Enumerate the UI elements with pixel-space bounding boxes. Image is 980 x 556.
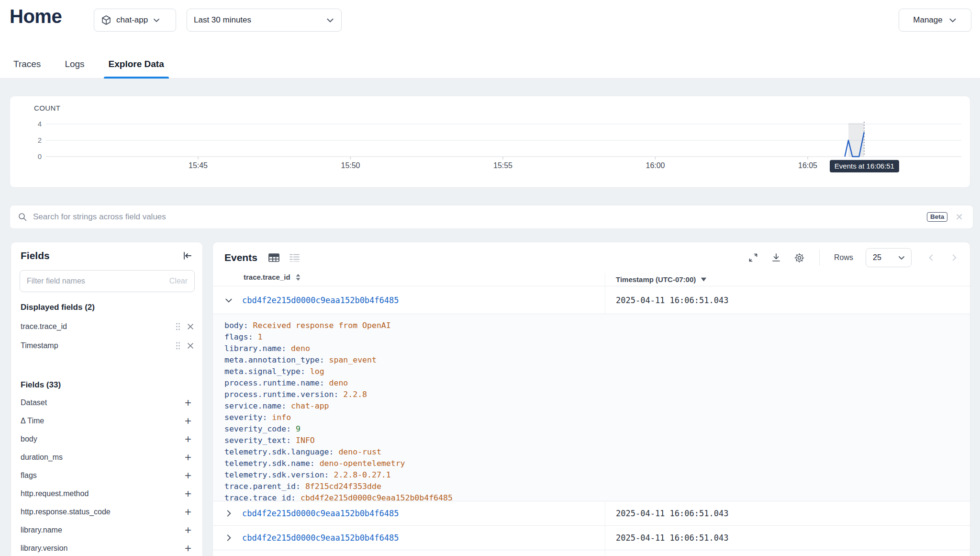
table-row[interactable]: cbd4f2e215d0000c9eaa152b0b4f6485 2025-04…	[213, 501, 970, 526]
detail-key: severity_text:	[224, 436, 296, 445]
tab-traces[interactable]: Traces	[11, 59, 43, 78]
fields-header: Fields (33)	[21, 380, 61, 390]
collapse-panel-icon[interactable]	[182, 251, 193, 261]
detail-key: process.runtime.name:	[224, 378, 329, 387]
field-label: http.response.status_code	[21, 508, 111, 516]
add-field-button[interactable]: +	[182, 433, 194, 445]
trace-id-link[interactable]: cbd4f2e215d0000c9eaa152b0b4f6485	[242, 533, 399, 543]
add-field-button[interactable]: +	[182, 543, 194, 554]
expand-row-icon[interactable]	[224, 526, 233, 550]
sort-icon[interactable]	[295, 273, 301, 281]
detail-line: severity: info	[224, 412, 970, 423]
detail-line: telemetry.sdk.language: deno-rust	[224, 446, 970, 458]
search-icon	[18, 212, 27, 222]
collapse-row-icon[interactable]	[224, 286, 233, 314]
detail-line: library.name: deno	[224, 343, 970, 354]
field-label: flags	[21, 471, 37, 480]
chart-y-tick-label: 0	[22, 152, 42, 160]
timestamp-cell: 2025-04-11 16:06:51.043	[605, 286, 970, 314]
detail-value: 2.2.8-0.27.1	[334, 470, 390, 479]
detail-key: meta.annotation_type:	[224, 355, 329, 364]
tab-explore-data[interactable]: Explore Data	[107, 59, 166, 78]
detail-key: trace.trace_id:	[224, 493, 301, 501]
list-view-icon[interactable]	[289, 252, 301, 263]
timestamp-value: 2025-04-11 16:06:51.043	[616, 509, 728, 518]
table-row[interactable]: cbd4f2e215d0000c9eaa152b0b4f6485 2025-04…	[213, 286, 970, 314]
manage-button[interactable]: Manage	[899, 9, 971, 32]
gear-icon[interactable]	[794, 252, 805, 263]
filter-field-input[interactable]	[27, 277, 169, 285]
add-field-button[interactable]: +	[182, 452, 194, 463]
resource-selector-label: chat-app	[116, 15, 148, 25]
table-row[interactable]: cbd4f2e215d0000c9eaa152b0b4f6485 2025-04…	[213, 526, 970, 550]
timestamp-value: 2025-04-11 16:06:51.043	[616, 295, 728, 305]
detail-line: telemetry.sdk.name: deno-opentelemetry	[224, 458, 970, 469]
displayed-field-label: Timestamp	[21, 341, 58, 350]
page-next-icon[interactable]	[950, 253, 958, 262]
detail-key: trace.parent_id:	[224, 482, 305, 491]
displayed-fields-header: Displayed fields (2)	[21, 303, 95, 312]
detail-value: info	[272, 413, 291, 422]
timestamp-cell: 2025-04-11 16:06:51.043	[605, 526, 970, 550]
field-row: flags+	[11, 466, 202, 485]
detail-value: chat-app	[291, 401, 329, 410]
trace-id-link[interactable]: cbd4f2e215d0000c9eaa152b0b4f6485	[242, 295, 399, 305]
tab-logs[interactable]: Logs	[63, 59, 86, 78]
manage-button-label: Manage	[913, 15, 942, 25]
filter-field-input-wrap: Clear	[20, 270, 195, 292]
cube-icon	[101, 15, 111, 25]
drag-handle-icon[interactable]	[176, 342, 180, 350]
add-field-button[interactable]: +	[182, 524, 194, 536]
add-field-button[interactable]: +	[182, 488, 194, 499]
detail-value: INFO	[296, 436, 315, 445]
detail-line: process.runtime.version: 2.2.8	[224, 389, 970, 400]
chevron-down-icon	[153, 16, 160, 24]
filter-clear-button[interactable]: Clear	[169, 277, 188, 285]
detail-value: 1	[258, 332, 263, 341]
column-header-timestamp[interactable]: Timestamp (UTC-07:00)	[605, 273, 970, 286]
add-field-button[interactable]: +	[182, 397, 194, 408]
chevron-down-icon	[948, 16, 957, 24]
field-label: Dataset	[21, 398, 47, 407]
events-panel: Events	[212, 242, 970, 556]
close-icon[interactable]: ✕	[953, 212, 965, 222]
column-header-trace-id[interactable]: trace.trace_id	[244, 273, 301, 281]
field-row: http.response.status_code+	[11, 503, 202, 521]
field-row: duration_ms+	[11, 448, 202, 466]
add-field-button[interactable]: +	[182, 415, 194, 427]
detail-key: telemetry.sdk.name:	[224, 459, 320, 468]
count-chart-card: COUNT 024 15:4515:5015:5516:0016:05 Even…	[10, 96, 970, 188]
events-count-chart[interactable]	[10, 96, 971, 188]
remove-field-icon[interactable]	[187, 323, 194, 330]
drag-handle-icon[interactable]	[176, 323, 180, 330]
search-input[interactable]	[33, 212, 921, 222]
remove-field-icon[interactable]	[187, 342, 194, 349]
time-range-selector[interactable]: Last 30 minutes	[187, 9, 342, 32]
expand-row-icon[interactable]	[224, 501, 233, 525]
download-icon[interactable]	[771, 252, 781, 263]
column-header-timestamp-label: Timestamp (UTC-07:00)	[616, 275, 696, 284]
trace-id-link[interactable]: cbd4f2e215d0000c9eaa152b0b4f6485	[242, 509, 399, 518]
tab-bar: Traces Logs Explore Data	[0, 43, 980, 79]
detail-line: process.runtime.name: deno	[224, 377, 970, 389]
fields-panel: Fields Clear Displayed fields (2) trace.…	[11, 242, 203, 556]
rows-per-page-select[interactable]: 25	[866, 248, 912, 267]
add-field-button[interactable]: +	[182, 470, 194, 481]
detail-key: service.name:	[224, 401, 291, 410]
detail-value: 9	[296, 424, 301, 433]
sort-desc-icon[interactable]	[701, 277, 707, 282]
field-label: duration_ms	[21, 453, 63, 462]
detail-value: cbd4f2e215d0000c9eaa152b0b4f6485	[301, 493, 453, 501]
timestamp-cell: 2025-04-11 16:06:51.043	[605, 501, 970, 525]
toolbar-divider	[819, 250, 820, 266]
add-field-button[interactable]: +	[182, 506, 194, 518]
detail-key: process.runtime.version:	[224, 390, 343, 399]
detail-line: meta.signal_type: log	[224, 366, 970, 377]
field-label: Δ Time	[21, 417, 44, 425]
table-row[interactable]	[213, 550, 970, 556]
field-row: http.request.method+	[11, 485, 202, 503]
resource-selector[interactable]: chat-app	[94, 9, 176, 32]
page-prev-icon[interactable]	[927, 253, 935, 262]
expand-icon[interactable]	[748, 252, 758, 263]
table-view-icon[interactable]	[268, 252, 280, 263]
